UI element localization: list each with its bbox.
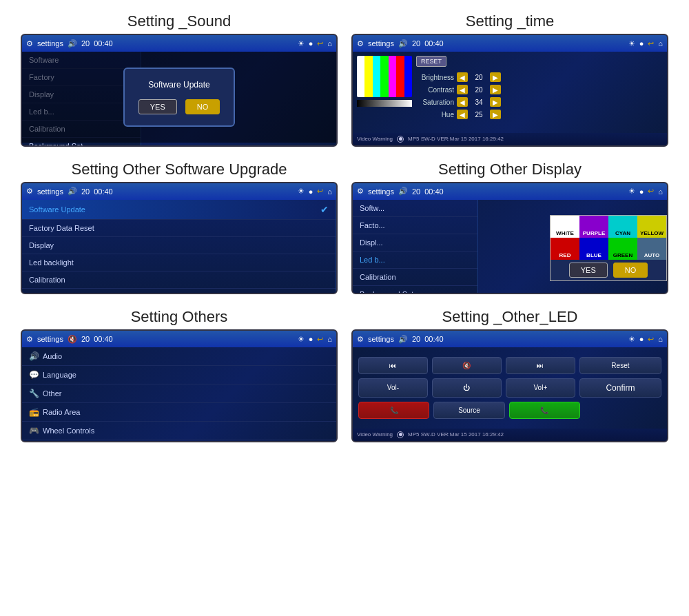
vol-value: 20 [412, 39, 420, 48]
saturation-value: 34 [471, 99, 487, 106]
others-audio[interactable]: 🔊 Audio [22, 347, 336, 366]
menu-factory-reset[interactable]: Factory Data Reset [22, 220, 336, 237]
others-time[interactable]: 🕐 Time [22, 440, 336, 442]
color-auto[interactable]: AUTO [637, 238, 666, 260]
brightness-inc[interactable]: ▶ [490, 72, 501, 82]
contrast-inc[interactable]: ▶ [490, 85, 501, 94]
back-icon[interactable]: ↩ [648, 39, 654, 48]
color-green[interactable]: GREEN [608, 238, 637, 260]
vol-minus-button[interactable]: Vol- [358, 378, 428, 398]
color-purple[interactable]: PURPLE [579, 216, 608, 238]
color-white[interactable]: WHITE [551, 216, 579, 238]
reset-button[interactable]: Reset [579, 357, 661, 374]
saturation-dec[interactable]: ◀ [457, 97, 468, 107]
menu-calibration[interactable]: Calibration [353, 269, 477, 286]
home-icon[interactable]: ⌂ [658, 335, 663, 343]
vol-value: 20 [81, 335, 90, 343]
title-time: Setting _time [344, 7, 675, 34]
time-value: 00:40 [94, 187, 113, 196]
vol-plus-button[interactable]: Vol+ [506, 378, 575, 398]
home-icon[interactable]: ⌂ [658, 187, 663, 196]
next-track-button[interactable]: ⏭ [506, 357, 575, 374]
phone-reject-button[interactable]: 📞 [358, 402, 429, 419]
dot-icon: ● [639, 335, 644, 343]
topbar-upgrade: ⚙ settings 🔊 20 00:40 ☀ ● ↩ ⌂ [22, 183, 336, 200]
home-icon[interactable]: ⌂ [658, 39, 663, 48]
audio-label: Audio [43, 352, 62, 360]
brightness-dec[interactable]: ◀ [457, 72, 468, 82]
menu-item[interactable]: Softw... [353, 200, 477, 217]
version-info: MP5 SW-D VER:Mar 15 2017 16:29:42 [408, 136, 504, 142]
video-warning: Video Warning [357, 136, 393, 142]
phone-accept-button[interactable]: 📞 [509, 402, 580, 419]
gear-icon: ⚙ [26, 335, 33, 344]
color-yellow[interactable]: YELLOW [637, 216, 666, 238]
color-no-button[interactable]: NO [613, 263, 648, 278]
screen-time: ⚙ settings 🔊 20 00:40 ☀ ● ↩ ⌂ [344, 34, 675, 155]
saturation-inc[interactable]: ▶ [490, 97, 501, 107]
reset-button[interactable]: RESET [416, 56, 446, 67]
menu-item[interactable]: Displ... [353, 234, 477, 251]
screen-others: ⚙ settings 🔇 20 00:40 ☀ ● ↩ ⌂ 🔊 Audio [14, 329, 344, 451]
others-radio[interactable]: 📻 Radio Area [22, 403, 336, 422]
brightness-value: 20 [471, 74, 487, 81]
menu-display[interactable]: Display [22, 237, 336, 254]
dot-icon: ● [639, 39, 644, 48]
back-icon[interactable]: ↩ [648, 187, 654, 196]
color-red[interactable]: RED [551, 238, 579, 260]
settings-label: settings [368, 187, 394, 196]
color-yes-button[interactable]: YES [569, 263, 608, 278]
menu-calibration[interactable]: Calibration [22, 271, 336, 289]
title-software-upgrade: Setting Other Software Upgrade [14, 155, 344, 182]
others-language[interactable]: 💬 Language [22, 366, 336, 384]
power-button[interactable]: ⏻ [432, 378, 502, 398]
hue-inc[interactable]: ▶ [490, 110, 501, 119]
contrast-dec[interactable]: ◀ [457, 85, 468, 94]
home-icon[interactable]: ⌂ [327, 187, 332, 196]
menu-led-active[interactable]: Led b... [353, 251, 477, 269]
back-icon[interactable]: ↩ [317, 39, 323, 48]
no-button[interactable]: NO [185, 99, 220, 114]
topbar-sound: ⚙ settings 🔊 20 00:40 ☀ ● ↩ ⌂ [22, 35, 336, 52]
others-wheel[interactable]: 🎮 Wheel Controls [22, 422, 336, 440]
wheel-icon: 🎮 [29, 426, 39, 435]
confirm-button[interactable]: Confirm [579, 378, 661, 398]
source-button[interactable]: Source [433, 402, 504, 419]
bottombar-led: Video Warning MP5 SW-D VER:Mar 15 2017 1… [353, 429, 667, 441]
color-row-1: WHITE PURPLE CYAN YELLOW [551, 216, 666, 238]
radio-label: Radio Area [43, 408, 80, 416]
back-icon[interactable]: ↩ [648, 335, 654, 344]
back-icon[interactable]: ↩ [317, 187, 323, 196]
menu-led[interactable]: Led backlight [22, 254, 336, 271]
title-sound: Setting _Sound [14, 7, 344, 34]
vol-icon: 🔊 [398, 187, 408, 196]
yes-button[interactable]: YES [138, 99, 177, 114]
title-other-display: Setting Other Display [344, 155, 675, 182]
back-icon[interactable]: ↩ [317, 335, 323, 344]
menu-label: Software Update [29, 205, 85, 214]
menu-item[interactable]: Facto... [353, 217, 477, 234]
others-other[interactable]: 🔧 Other [22, 384, 336, 403]
version-info: MP5 SW-D VER:Mar 15 2017 16:29:42 [408, 431, 504, 438]
sidebar-display: Softw... Facto... Displ... Led b... Cali… [353, 200, 478, 295]
menu-background[interactable]: Background Set [353, 286, 477, 295]
home-icon[interactable]: ⌂ [327, 39, 332, 48]
mute-button[interactable]: 🔇 [432, 357, 502, 374]
topbar-led: ⚙ settings 🔊 20 00:40 ☀ ● ↩ ⌂ [353, 331, 667, 347]
screen-sound: ⚙ settings 🔊 20 00:40 ☀ ● ↩ ⌂ Software F… [14, 34, 344, 155]
settings-label: settings [368, 335, 394, 343]
time-value: 00:40 [94, 39, 113, 48]
menu-software-update[interactable]: Software Update ✔ [22, 200, 336, 220]
menu-background[interactable]: Background Set [22, 289, 336, 295]
sun-icon: ☀ [628, 39, 635, 48]
page-container: Setting _Sound Setting _time ⚙ settings … [0, 0, 689, 458]
hue-value: 25 [471, 111, 487, 119]
color-cyan[interactable]: CYAN [608, 216, 637, 238]
hue-dec[interactable]: ◀ [457, 110, 468, 119]
gradient-bar [357, 100, 412, 107]
color-blue[interactable]: BLUE [579, 238, 608, 260]
title-others: Setting Others [14, 302, 344, 329]
vol-icon: 🔊 [398, 335, 408, 344]
prev-track-button[interactable]: ⏮ [358, 357, 428, 374]
home-icon[interactable]: ⌂ [327, 335, 332, 343]
